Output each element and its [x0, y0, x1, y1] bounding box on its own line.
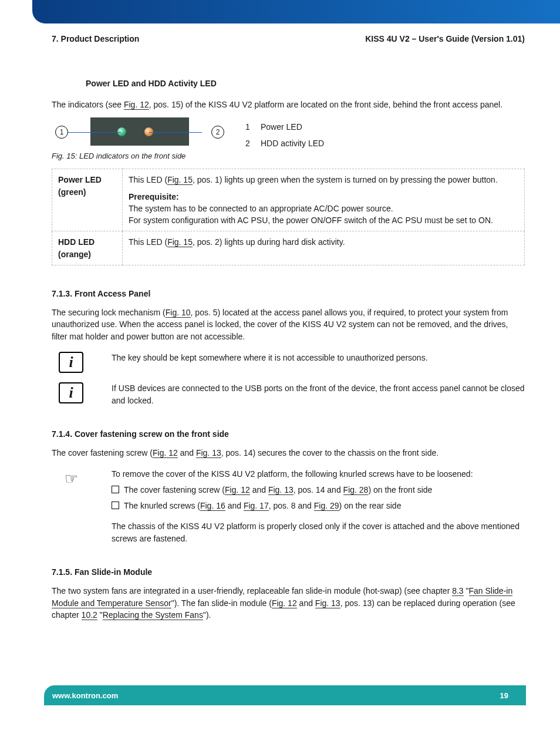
row-power-led-text: This LED (Fig. 15, pos. 1) lights up gre…	[123, 169, 525, 231]
bullet-1: The cover fastening screw (Fig. 12 and F…	[124, 484, 432, 496]
section-title-leds: Power LED and HDD Activity LED	[86, 79, 525, 88]
info-icon: i	[59, 382, 83, 403]
info-note-1: i The key should be kept somewhere where…	[59, 352, 525, 373]
led-description-table: Power LED (green) This LED (Fig. 15, pos…	[52, 169, 525, 265]
footer-page-number: 19	[500, 691, 508, 700]
checkbox-icon	[112, 486, 119, 493]
p-715: The two system fans are integrated in a …	[52, 585, 525, 621]
xref-fig15-b[interactable]: Fig. 15	[167, 237, 193, 247]
led-intro: The indicators (see Fig. 12, pos. 15) of…	[52, 99, 525, 110]
p-713: The securing lock mechanism (Fig. 10, po…	[52, 307, 525, 342]
callout-2: 2	[211, 126, 224, 139]
row-hdd-led-text: This LED (Fig. 15, pos. 2) lights up dur…	[123, 231, 525, 265]
callout-1: 1	[55, 126, 68, 139]
callout-line-1	[68, 132, 121, 133]
p-714: The cover fastening screw (Fig. 12 and F…	[52, 447, 525, 459]
row-hdd-led-label: HDD LED (orange)	[52, 231, 123, 265]
footer-url: www.kontron.com	[52, 691, 118, 700]
hand-note: ☞ To remove the cover of the KISS 4U V2 …	[59, 468, 525, 545]
xref-fig13-a[interactable]: Fig. 13	[196, 448, 221, 458]
prerequisite-label: Prerequisite:	[129, 191, 518, 203]
led-photo: 1 2	[90, 117, 189, 146]
xref-fig12[interactable]: Fig. 12	[124, 100, 149, 110]
xref-fig10[interactable]: Fig. 10	[166, 308, 191, 318]
callout-line-2	[149, 132, 202, 133]
header-banner	[32, 0, 560, 23]
figure-15-caption: Fig. 15: LED indicators on the front sid…	[52, 152, 228, 160]
xref-fig15-a[interactable]: Fig. 15	[167, 175, 193, 185]
xref-fig12-b[interactable]: Fig. 12	[153, 448, 178, 458]
page-footer: www.kontron.com 19	[44, 685, 526, 705]
checkbox-icon	[112, 502, 119, 509]
heading-714: 7.1.4. Cover fastening screw on the fron…	[52, 429, 525, 439]
info-icon: i	[59, 352, 83, 373]
info-note-2: i If USB devices are connected to the US…	[59, 382, 525, 407]
figure-15-legend: 1Power LED 2HDD activity LED	[245, 117, 324, 152]
bullet-2: The knurled screws (Fig. 16 and Fig. 17,…	[124, 500, 401, 512]
heading-715: 7.1.5. Fan Slide-in Module	[52, 567, 525, 577]
heading-713: 7.1.3. Front Access Panel	[52, 289, 525, 298]
figure-15: 1 2 Fig. 15: LED indicators on the front…	[52, 117, 525, 160]
row-power-led-label: Power LED (green)	[52, 169, 123, 231]
running-header: 7. Product Description KISS 4U V2 – User…	[52, 34, 525, 43]
header-left: 7. Product Description	[52, 34, 139, 43]
header-right: KISS 4U V2 – User's Guide (Version 1.01)	[365, 34, 525, 43]
pointing-hand-icon: ☞	[59, 468, 83, 489]
